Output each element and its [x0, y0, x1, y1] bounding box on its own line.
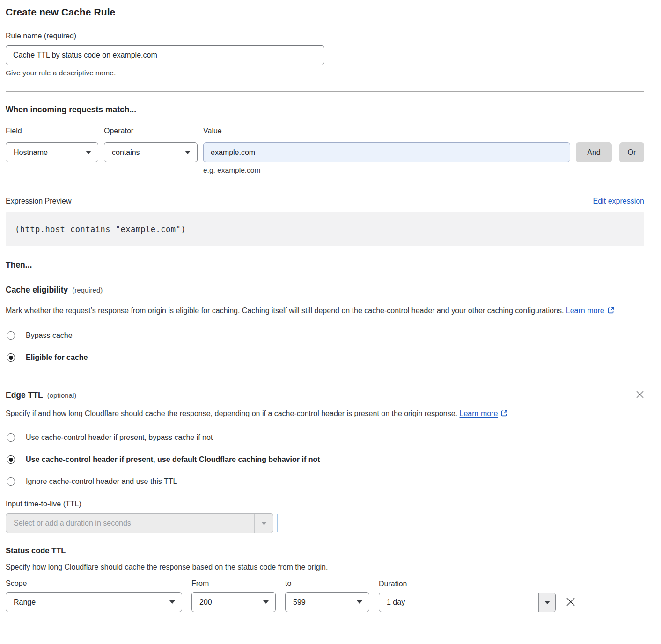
external-link-icon	[607, 307, 615, 314]
radio-circle[interactable]	[7, 477, 15, 486]
from-column: From 200	[191, 579, 276, 612]
divider	[6, 373, 644, 373]
optional-tag: (optional)	[47, 391, 77, 399]
match-heading: When incoming requests match...	[6, 105, 644, 115]
close-icon	[636, 390, 644, 399]
and-button[interactable]: And	[576, 142, 612, 162]
operator-select-value: contains	[112, 148, 140, 157]
ttl-duration-select[interactable]: Select or add a duration in seconds	[6, 513, 273, 533]
rule-name-label: Rule name (required)	[6, 32, 644, 40]
radio-label: Ignore cache-control header and use this…	[26, 477, 177, 486]
radio-eligible-for-cache[interactable]: Eligible for cache	[6, 353, 644, 362]
scope-select-value: Range	[14, 598, 36, 607]
expression-preview-box: (http.host contains "example.com")	[6, 212, 644, 246]
page-title: Create new Cache Rule	[6, 7, 644, 18]
radio-label: Use cache-control header if present, use…	[26, 455, 320, 464]
chevron-down-icon	[261, 522, 267, 525]
chevron-down-icon	[185, 151, 191, 154]
radio-bypass-cache[interactable]: Bypass cache	[6, 331, 644, 340]
scope-select[interactable]: Range	[6, 592, 182, 612]
radio-circle-checked[interactable]	[7, 455, 15, 464]
expression-preview-code: (http.host contains "example.com")	[15, 225, 186, 234]
radio-circle-checked[interactable]	[7, 353, 15, 362]
radio-label: Eligible for cache	[26, 353, 88, 362]
radio-edge-ttl-default[interactable]: Use cache-control header if present, use…	[6, 455, 644, 464]
external-link-icon	[500, 410, 508, 417]
rule-name-help: Give your rule a descriptive name.	[6, 69, 644, 77]
radio-edge-ttl-bypass[interactable]: Use cache-control header if present, byp…	[6, 433, 644, 442]
field-select-value: Hostname	[14, 148, 48, 157]
chevron-down-button[interactable]	[254, 514, 273, 533]
create-cache-rule-form: Create new Cache Rule Rule name (require…	[0, 0, 661, 612]
learn-more-link[interactable]: Learn more	[566, 307, 604, 315]
cache-eligibility-heading: Cache eligibility	[6, 285, 68, 295]
chevron-down-icon	[544, 601, 550, 604]
chevron-down-icon	[169, 600, 175, 604]
chevron-down-icon	[86, 151, 91, 154]
or-button[interactable]: Or	[619, 142, 644, 162]
operator-label: Operator	[104, 127, 198, 135]
from-select[interactable]: 200	[191, 592, 276, 612]
field-select[interactable]: Hostname	[6, 142, 98, 162]
radio-circle[interactable]	[7, 331, 15, 340]
edit-expression-link[interactable]: Edit expression	[593, 197, 644, 205]
duration-select-value: 1 day	[379, 593, 538, 612]
edge-ttl-heading: Edge TTL	[6, 390, 43, 400]
match-controls-row: Hostname contains And Or	[6, 142, 644, 162]
text-caret	[277, 514, 278, 532]
from-select-value: 200	[199, 598, 212, 607]
to-column: to 599	[285, 579, 369, 612]
duration-select[interactable]: 1 day	[379, 593, 556, 612]
ttl-duration-placeholder: Select or add a duration in seconds	[6, 514, 254, 533]
value-input[interactable]	[203, 142, 570, 162]
radio-circle[interactable]	[7, 433, 15, 442]
rule-name-input[interactable]	[6, 45, 324, 65]
status-code-ttl-heading: Status code TTL	[6, 546, 644, 555]
from-label: From	[191, 579, 276, 588]
chevron-down-icon	[357, 600, 362, 604]
status-code-ttl-row: Scope Range From 200 to 599 Duration 1 d…	[6, 579, 644, 612]
scope-column: Scope Range	[6, 579, 182, 612]
scope-label: Scope	[6, 579, 182, 588]
edge-ttl-description: Specify if and how long Cloudflare shoul…	[6, 407, 521, 420]
divider	[6, 91, 644, 92]
remove-status-ttl-row-button[interactable]	[565, 597, 576, 607]
status-code-ttl-description: Specify how long Cloudflare should cache…	[6, 561, 644, 574]
radio-edge-ttl-ignore[interactable]: Ignore cache-control header and use this…	[6, 477, 644, 486]
to-select-value: 599	[293, 598, 306, 607]
chevron-down-button[interactable]	[538, 593, 555, 612]
match-labels-row: Field Operator Value	[6, 127, 644, 135]
expression-header-row: Expression Preview Edit expression	[6, 197, 644, 205]
value-help: e.g. example.com	[203, 166, 644, 175]
ttl-input-label: Input time-to-live (TTL)	[6, 500, 644, 508]
close-edge-ttl-button[interactable]	[636, 390, 644, 399]
learn-more-link[interactable]: Learn more	[460, 410, 498, 417]
duration-column: Duration 1 day	[379, 580, 556, 612]
cache-eligibility-heading-row: Cache eligibility (required)	[6, 285, 644, 295]
radio-label: Use cache-control header if present, byp…	[26, 433, 213, 442]
field-label: Field	[6, 127, 98, 135]
value-label: Value	[203, 127, 570, 135]
to-select[interactable]: 599	[285, 592, 369, 612]
then-heading: Then...	[6, 260, 644, 270]
ttl-input-row: Select or add a duration in seconds	[6, 513, 644, 533]
close-icon	[566, 597, 576, 607]
expression-preview-label: Expression Preview	[6, 197, 72, 205]
operator-select[interactable]: contains	[104, 142, 198, 162]
chevron-down-icon	[263, 600, 269, 604]
to-label: to	[285, 579, 369, 588]
duration-label: Duration	[379, 580, 556, 588]
radio-label: Bypass cache	[26, 331, 73, 340]
cache-eligibility-description: Mark whether the request’s response from…	[6, 304, 644, 317]
edge-ttl-heading-row: Edge TTL (optional)	[6, 390, 644, 400]
required-tag: (required)	[72, 286, 103, 294]
